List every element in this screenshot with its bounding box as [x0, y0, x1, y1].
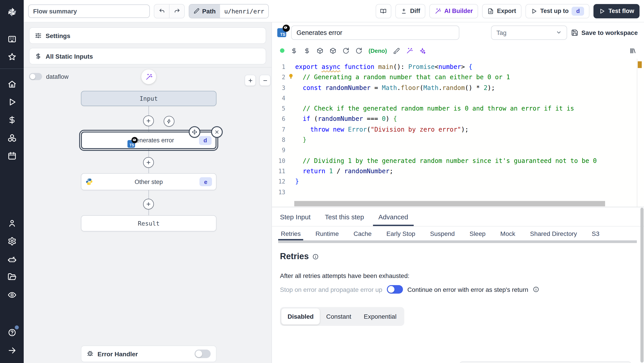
windmill-logo-icon[interactable] [0, 0, 24, 24]
settings-gear-icon[interactable] [3, 232, 21, 250]
test-up-to-button[interactable]: Test up to d [526, 4, 590, 18]
retry-mode-exponential[interactable]: Exponential [358, 308, 403, 324]
runs-icon[interactable] [3, 93, 21, 111]
zoom-out-button[interactable] [260, 75, 270, 86]
workspace-icon[interactable] [3, 30, 21, 48]
code-line[interactable]: if (randomNumber === 0) { [272, 114, 634, 124]
subtab-runtime[interactable]: Runtime [316, 226, 339, 240]
tab-advanced[interactable]: Advanced [378, 207, 408, 226]
export-button[interactable]: Export [482, 4, 522, 18]
ai-builder-label: AI Builder [444, 8, 473, 14]
info-icon[interactable] [312, 253, 319, 260]
subtab-shared-directory[interactable]: Shared Directory [530, 226, 577, 240]
lightbulb-icon[interactable] [288, 73, 294, 79]
retry-mode-disabled[interactable]: Disabled [281, 308, 320, 324]
panel-vertical-scrollbar[interactable] [640, 208, 644, 362]
test-flow-button[interactable]: Test flow [594, 4, 640, 18]
zoom-in-button[interactable] [245, 75, 256, 86]
diff-button[interactable]: Diff [395, 4, 426, 18]
error-handler-toggle[interactable] [194, 349, 211, 358]
info-icon[interactable] [533, 286, 539, 293]
code-line[interactable]: export async function main(): Promise<nu… [272, 62, 634, 72]
reload-icon[interactable] [356, 47, 362, 54]
tab-test-this-step[interactable]: Test this step [325, 207, 364, 226]
code-line[interactable]: // Dividing 1 by the generated random nu… [272, 156, 634, 166]
tag-select[interactable]: Tag [491, 25, 567, 40]
favorites-star-icon[interactable] [3, 48, 21, 66]
audit-eye-icon[interactable] [3, 286, 21, 304]
ai-wand-icon[interactable] [406, 47, 413, 54]
add-step-button[interactable] [143, 199, 154, 209]
flow-graph-canvas[interactable]: dataflow Input [24, 68, 272, 363]
docs-button[interactable] [376, 4, 391, 18]
variables-dollar-icon[interactable] [291, 47, 298, 54]
add-trigger-zap-button[interactable] [164, 116, 174, 127]
code-line[interactable]: // Generating a random number that can e… [272, 72, 634, 83]
stop-on-error-option[interactable]: Stop on error and propagate error up [280, 286, 382, 293]
all-static-inputs-button[interactable]: All Static Inputs [29, 48, 266, 65]
continue-on-error-option[interactable]: Continue on error with error as step's r… [408, 286, 528, 293]
code-content[interactable]: export async function main(): Promise<nu… [272, 62, 634, 197]
code-line[interactable]: return 1 / randomNumber; [272, 166, 634, 177]
collapse-sidebar-arrow-icon[interactable] [3, 341, 21, 359]
code-line[interactable] [272, 93, 634, 104]
help-icon[interactable] [3, 324, 21, 341]
step-node-title: Generates error [132, 137, 174, 144]
home-icon[interactable] [3, 75, 21, 93]
dataflow-toggle[interactable] [29, 73, 42, 80]
error-behavior-toggle[interactable] [387, 285, 403, 294]
ai-builder-button[interactable]: AI Builder [430, 4, 478, 18]
input-node[interactable]: Input [81, 91, 216, 106]
variables-icon[interactable] [3, 111, 21, 129]
code-line[interactable]: throw new Error("Division by zero error"… [272, 124, 634, 135]
add-step-button[interactable] [143, 157, 154, 168]
tab-step-input[interactable]: Step Input [280, 207, 310, 226]
error-handler-card[interactable]: Error Handler [81, 345, 216, 362]
code-line[interactable] [272, 145, 634, 156]
subtabs-scrollbar[interactable] [272, 240, 644, 243]
code-line[interactable]: const randomNumber = Math.floor(Math.ran… [272, 83, 634, 93]
retry-mode-constant[interactable]: Constant [320, 308, 358, 324]
flow-settings-button[interactable]: Settings [29, 27, 266, 44]
user-icon[interactable] [3, 214, 21, 232]
move-step-button[interactable] [189, 126, 200, 138]
path-value[interactable]: u/henri/err [220, 4, 268, 18]
workers-bot-icon[interactable] [3, 250, 21, 268]
flow-summary-input[interactable] [28, 4, 150, 18]
subtab-early-stop[interactable]: Early Stop [386, 226, 415, 240]
subtab-sleep[interactable]: Sleep [470, 226, 486, 240]
resources-icon[interactable] [3, 129, 21, 147]
code-horizontal-scrollbar[interactable] [294, 201, 605, 206]
subtab-cache[interactable]: Cache [354, 226, 372, 240]
runtime-label[interactable]: (Deno) [368, 47, 387, 54]
package-icon[interactable] [330, 47, 336, 54]
save-to-workspace-button[interactable]: Save to workspace [571, 29, 638, 36]
subtab-s3[interactable]: S3 [592, 226, 599, 240]
contextual-dollar-icon[interactable] [304, 47, 310, 54]
redo-button[interactable] [169, 4, 184, 18]
reload-icon[interactable] [342, 47, 349, 54]
add-step-button[interactable] [143, 116, 154, 126]
step-name-input[interactable] [291, 25, 459, 40]
subtab-suspend[interactable]: Suspend [430, 226, 455, 240]
code-editor[interactable]: 12345678910111213 export async function … [272, 59, 644, 207]
undo-button[interactable] [154, 4, 169, 18]
ai-flow-wand-button[interactable] [141, 69, 156, 84]
library-icon[interactable] [629, 47, 636, 54]
subtab-mock[interactable]: Mock [500, 226, 515, 240]
schedules-icon[interactable] [3, 147, 21, 165]
flow-path-chip[interactable]: Path u/henri/err [189, 4, 269, 18]
package-icon[interactable] [317, 47, 323, 54]
code-line[interactable]: } [272, 177, 634, 187]
step-node-other-step[interactable]: Other step e [81, 173, 216, 190]
play-icon [599, 8, 605, 14]
subtab-retries[interactable]: Retries [281, 226, 301, 240]
code-line[interactable]: } [272, 135, 634, 145]
sparkles-icon[interactable] [419, 47, 426, 54]
folders-icon[interactable] [3, 268, 21, 286]
format-brush-icon[interactable] [393, 47, 400, 54]
code-line[interactable]: // Check if the generated random number … [272, 103, 634, 114]
delete-step-button[interactable] [211, 126, 223, 138]
code-line[interactable] [272, 187, 634, 197]
result-node[interactable]: Result [81, 215, 216, 231]
